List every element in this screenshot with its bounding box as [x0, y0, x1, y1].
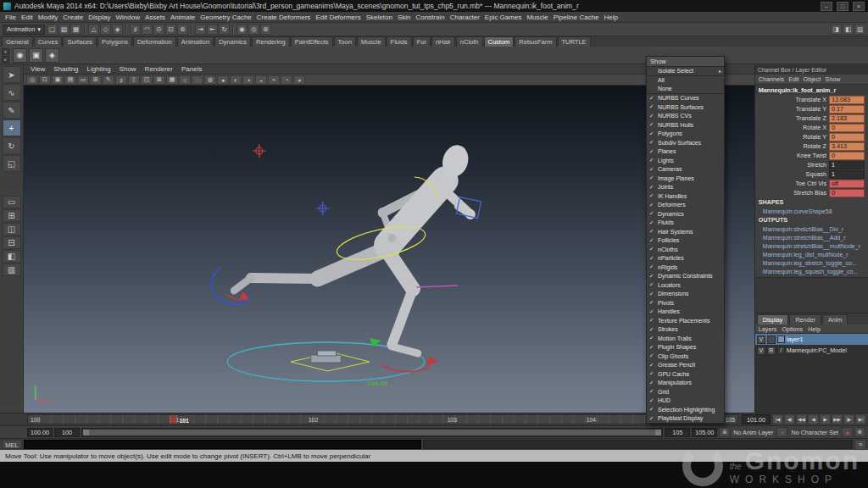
show-menu-item[interactable]: ✓ Dynamic Constraints: [647, 272, 724, 281]
select-tool-icon[interactable]: ➤: [3, 66, 21, 83]
command-language-toggle[interactable]: MEL: [2, 440, 22, 449]
shelf-tab[interactable]: TURTLE: [558, 36, 591, 47]
menu-item[interactable]: Skeleton: [364, 14, 395, 21]
attribute-editor-toggle-icon[interactable]: ◨: [831, 24, 842, 35]
show-menu-item[interactable]: ✓ Pivots: [647, 298, 724, 308]
field-chart-icon[interactable]: ▦: [166, 75, 178, 85]
shelf-tabs-menu-icon[interactable]: ▾: [2, 48, 9, 55]
menu-item[interactable]: Create Deformers: [254, 14, 314, 21]
mannequin-character[interactable]: [234, 180, 470, 353]
menu-item[interactable]: Geometry Cache: [198, 14, 253, 21]
layer-editor-tab[interactable]: Render: [789, 314, 821, 324]
channel-value-field[interactable]: 0: [829, 152, 865, 160]
step-back-key-button[interactable]: ◀◀: [796, 414, 807, 424]
step-back-frame-button[interactable]: ◀|: [784, 414, 795, 424]
shelf-tab[interactable]: Fluids: [387, 36, 412, 47]
range-slider-range[interactable]: [83, 430, 661, 435]
bookmarks-icon[interactable]: ▤: [64, 75, 76, 85]
range-slider[interactable]: [81, 428, 663, 437]
resolution-gate-icon[interactable]: ◫: [141, 75, 153, 85]
layer-color-swatch[interactable]: /: [777, 347, 785, 354]
channel-value-field[interactable]: 13.083: [829, 96, 865, 104]
grease-pencil-icon[interactable]: ✎: [103, 75, 114, 85]
maximize-button[interactable]: □: [837, 2, 849, 11]
show-menu-item[interactable]: ✓ Subdiv Surfaces: [647, 138, 724, 147]
menu-item[interactable]: Window: [114, 14, 142, 21]
menu-item[interactable]: Display: [86, 14, 113, 21]
motion-blur-icon[interactable]: ◔: [281, 75, 292, 85]
layer-editor-menu-item[interactable]: Help: [808, 325, 821, 333]
image-plane-icon[interactable]: ▭: [77, 75, 89, 85]
animation-start-field[interactable]: 100.00: [27, 428, 53, 437]
menu-item[interactable]: Create: [60, 14, 86, 21]
layer-visibility-toggle[interactable]: V: [757, 336, 765, 344]
time-slider[interactable]: 100101102103104105 101: [27, 414, 738, 424]
wireframe-mode-icon[interactable]: ◍: [204, 75, 216, 85]
save-scene-icon[interactable]: ▦: [70, 24, 81, 35]
show-menu-item[interactable]: ✓ Manipulators: [647, 379, 724, 388]
command-input[interactable]: [24, 440, 421, 449]
channel-name[interactable]: Stretch: [755, 161, 829, 169]
shelf-tab[interactable]: Custom: [484, 36, 515, 47]
show-menu-item[interactable]: ✓ NURBS Hulls: [647, 120, 724, 130]
show-menu-item[interactable]: ✓ NURBS Curves: [647, 94, 724, 103]
channel-box-toggle-icon[interactable]: ▥: [854, 24, 865, 35]
construction-history-icon[interactable]: ↻: [219, 24, 230, 35]
panel-menu-item[interactable]: View: [27, 65, 48, 73]
status-icon[interactable]: [125, 25, 127, 35]
show-menu-item[interactable]: ✓ Joints: [647, 183, 724, 192]
show-menu-item[interactable]: ✓ Motion Trails: [647, 334, 724, 343]
status-icon[interactable]: [84, 25, 86, 35]
show-menu-item[interactable]: ✓ Selection Highlighting: [647, 405, 724, 414]
layer-visibility-toggle[interactable]: V: [757, 347, 765, 355]
single-pane-layout-icon[interactable]: ▭: [3, 196, 21, 208]
select-hierarchy-icon[interactable]: △: [88, 24, 99, 35]
persp-outliner-layout-icon[interactable]: ◧: [3, 250, 21, 263]
show-menu-item[interactable]: ✓ Grease Pencil: [647, 361, 724, 370]
snap-plane-icon[interactable]: ⊡: [165, 24, 176, 35]
status-icon[interactable]: [232, 25, 234, 35]
go-to-start-button[interactable]: |◀: [772, 414, 783, 424]
shelf-script-icon-2[interactable]: ▣: [29, 48, 43, 63]
front-foot-arrow-icon[interactable]: [426, 356, 438, 365]
selected-node-name[interactable]: Mannequin:ik_foot_anim_r: [755, 85, 868, 95]
shelf-tab[interactable]: Fur: [413, 36, 431, 47]
shelf-menu-icon[interactable]: ▸: [2, 56, 9, 63]
shelf-tab[interactable]: nCloth: [456, 36, 483, 47]
snap-curve-icon[interactable]: ◠: [142, 24, 153, 35]
panel-menu-item[interactable]: Renderer: [142, 65, 176, 73]
shadows-icon[interactable]: ◒: [255, 75, 267, 85]
two-pane-side-layout-icon[interactable]: ◫: [3, 223, 21, 236]
two-d-pan-zoom-icon[interactable]: ⊞: [90, 75, 102, 85]
shelf-tab[interactable]: Deformation: [133, 36, 176, 47]
channel-value-field[interactable]: 3.413: [829, 142, 865, 151]
rotate-tool-icon[interactable]: ↻: [3, 137, 21, 154]
layer-row[interactable]: V R / Mannequin:PC_Model: [755, 345, 868, 356]
show-menu-item[interactable]: ✓ nRigids: [647, 263, 724, 272]
viewport-canvas[interactable]: 284.96: [24, 86, 754, 413]
blue-marker-icon[interactable]: [316, 202, 330, 215]
character-set-key-icon[interactable]: ◦: [776, 427, 787, 437]
screen-space-ao-icon[interactable]: ◓: [268, 75, 280, 85]
shaded-mode-icon[interactable]: ●: [217, 75, 229, 85]
show-menu-item[interactable]: ✓ Grid: [647, 387, 724, 396]
menu-item[interactable]: Animate: [168, 14, 198, 21]
output-node-item[interactable]: Mannequin:stretchBias__multNode_r: [755, 241, 868, 250]
output-node-item[interactable]: Mannequin:stretchBias__Add_r: [755, 233, 868, 241]
camera-attributes-icon[interactable]: ▣: [52, 75, 64, 85]
snap-grid-icon[interactable]: ♯: [130, 24, 141, 35]
select-component-icon[interactable]: ◈: [112, 24, 123, 35]
four-pane-layout-icon[interactable]: ⊞: [3, 209, 21, 222]
input-connections-icon[interactable]: ⇥: [195, 24, 206, 35]
menu-item[interactable]: Muscle: [524, 14, 550, 21]
gate-mask-icon[interactable]: ⊠: [153, 75, 165, 85]
shelf-tab[interactable]: RebusFarm: [515, 36, 556, 47]
output-node-item[interactable]: Mannequin:leg_stretch_toggle_co...: [755, 258, 868, 267]
shelf-tab[interactable]: Curves: [34, 36, 63, 47]
show-menu-item[interactable]: ✓ NURBS CVs: [647, 112, 724, 121]
paint-select-tool-icon[interactable]: ✎: [3, 102, 21, 119]
use-all-lights-icon[interactable]: ◑: [242, 75, 254, 85]
show-menu-item[interactable]: ✓ Handles: [647, 308, 724, 317]
show-menu-item[interactable]: ✓ Cameras: [647, 165, 724, 175]
script-editor-icon[interactable]: ≡: [854, 440, 866, 450]
